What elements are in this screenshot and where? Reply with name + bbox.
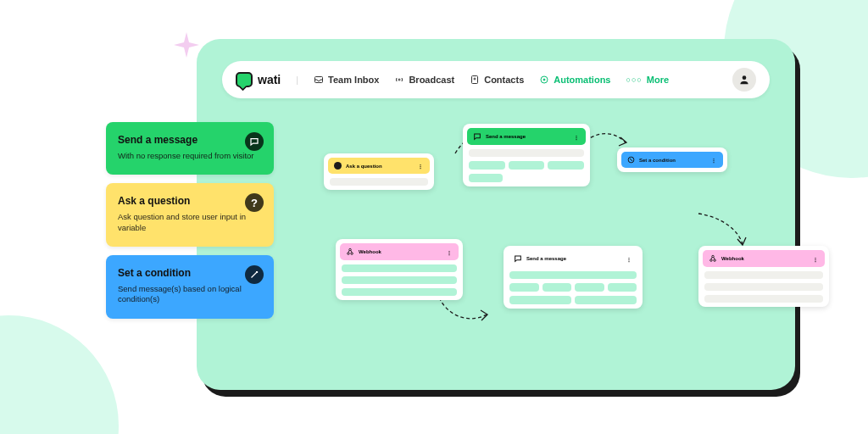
svg-point-13 bbox=[351, 253, 353, 255]
card-desc: With no response required from visitor bbox=[118, 151, 262, 161]
option-chip bbox=[608, 283, 637, 292]
option-chip bbox=[469, 174, 503, 182]
node-header: Send a message ⋮ bbox=[508, 250, 638, 267]
block-palette: Send a message With no response required… bbox=[106, 122, 274, 319]
connector-arrow bbox=[692, 209, 751, 251]
node-webhook[interactable]: Webhook ⋮ bbox=[698, 246, 829, 307]
message-icon bbox=[245, 132, 264, 151]
node-menu-icon[interactable]: ⋮ bbox=[813, 256, 819, 262]
svg-point-16 bbox=[714, 259, 716, 262]
svg-point-12 bbox=[348, 253, 350, 255]
nav-team-inbox[interactable]: Team Inbox bbox=[314, 75, 379, 85]
bg-blob-bottom bbox=[0, 315, 119, 434]
node-send-message[interactable]: Send a message ⋮ bbox=[504, 246, 643, 309]
svg-point-5 bbox=[398, 79, 400, 81]
card-title: Send a message bbox=[118, 134, 262, 146]
option-chip bbox=[509, 283, 539, 292]
palette-set-condition[interactable]: Set a condition Send message(s) based on… bbox=[106, 255, 274, 319]
node-field bbox=[469, 149, 584, 157]
card-desc: Send message(s) based on logical conditi… bbox=[118, 284, 262, 305]
node-menu-icon[interactable]: ⋮ bbox=[711, 157, 717, 163]
card-title: Ask a question bbox=[118, 195, 262, 207]
node-row bbox=[704, 271, 823, 279]
node-header: Ask a question ⋮ bbox=[328, 158, 430, 174]
node-title: Set a condition bbox=[639, 158, 676, 163]
question-icon bbox=[334, 162, 342, 170]
svg-point-7 bbox=[474, 78, 476, 80]
node-row bbox=[342, 264, 457, 272]
message-icon bbox=[514, 254, 522, 263]
card-title: Set a condition bbox=[118, 267, 262, 279]
nav-automations[interactable]: Automations bbox=[539, 75, 610, 85]
svg-point-15 bbox=[710, 259, 713, 262]
node-row bbox=[342, 288, 457, 296]
node-webhook[interactable]: Webhook ⋮ bbox=[336, 239, 463, 300]
nav-contacts[interactable]: Contacts bbox=[470, 75, 524, 85]
card-desc: Ask question and store user input in var… bbox=[118, 212, 262, 233]
node-send-message[interactable]: Send a message ⋮ bbox=[463, 124, 590, 186]
node-header: Webhook ⋮ bbox=[340, 243, 459, 260]
node-header: Webhook ⋮ bbox=[703, 250, 825, 267]
node-header: Send a message ⋮ bbox=[467, 128, 586, 145]
node-menu-icon[interactable]: ⋮ bbox=[418, 163, 424, 169]
svg-point-10 bbox=[743, 75, 747, 80]
svg-point-9 bbox=[543, 79, 545, 81]
node-row bbox=[704, 283, 823, 291]
option-chip bbox=[575, 283, 604, 292]
option-chip bbox=[542, 283, 572, 292]
broadcast-icon bbox=[394, 75, 404, 85]
message-icon bbox=[473, 132, 481, 141]
inbox-icon bbox=[314, 75, 324, 85]
node-title: Webhook bbox=[721, 256, 744, 261]
brand-logo-icon bbox=[236, 72, 253, 87]
option-chip bbox=[469, 161, 505, 170]
condition-icon bbox=[245, 265, 264, 284]
node-field bbox=[330, 178, 428, 186]
sparkle-icon bbox=[174, 32, 199, 58]
node-menu-icon[interactable]: ⋮ bbox=[447, 249, 453, 255]
nav-label: Team Inbox bbox=[328, 75, 379, 85]
node-title: Webhook bbox=[359, 249, 381, 254]
node-set-condition[interactable]: Set a condition ⋮ bbox=[617, 147, 727, 172]
nav-broadcast[interactable]: Broadcast bbox=[394, 75, 454, 85]
profile-avatar[interactable] bbox=[732, 68, 756, 92]
option-chip bbox=[509, 296, 571, 304]
webhook-icon bbox=[709, 254, 717, 263]
node-ask-question[interactable]: Ask a question ⋮ bbox=[324, 153, 434, 190]
automations-icon bbox=[539, 75, 549, 85]
palette-ask-question[interactable]: ? Ask a question Ask question and store … bbox=[106, 183, 274, 247]
palette-send-message[interactable]: Send a message With no response required… bbox=[106, 122, 274, 175]
node-title: Ask a question bbox=[346, 164, 382, 169]
person-icon bbox=[738, 74, 750, 86]
question-icon: ? bbox=[245, 193, 264, 212]
webhook-icon bbox=[346, 248, 354, 256]
brand[interactable]: wati bbox=[236, 72, 281, 87]
nav-label: More bbox=[647, 75, 669, 85]
node-title: Send a message bbox=[526, 256, 566, 261]
nav-label: Contacts bbox=[484, 75, 524, 85]
nav-more[interactable]: ○○○ More bbox=[626, 75, 670, 85]
condition-icon bbox=[627, 156, 635, 164]
more-icon: ○○○ bbox=[626, 75, 643, 84]
node-row bbox=[704, 295, 823, 303]
option-chip bbox=[509, 161, 545, 170]
option-chip bbox=[548, 161, 584, 170]
node-row bbox=[342, 276, 457, 284]
contacts-icon bbox=[470, 75, 480, 85]
node-row bbox=[509, 271, 637, 279]
brand-name: wati bbox=[258, 73, 281, 86]
node-header: Set a condition ⋮ bbox=[621, 152, 723, 168]
option-chip bbox=[575, 296, 637, 304]
nav-label: Automations bbox=[554, 75, 610, 85]
node-title: Send a message bbox=[486, 134, 526, 139]
node-menu-icon[interactable]: ⋮ bbox=[574, 134, 580, 140]
top-navbar: wati | Team Inbox Broadcast Contacts Aut… bbox=[222, 61, 770, 98]
nav-label: Broadcast bbox=[409, 75, 454, 85]
automation-board: wati | Team Inbox Broadcast Contacts Aut… bbox=[197, 39, 795, 390]
node-menu-icon[interactable]: ⋮ bbox=[626, 256, 632, 262]
